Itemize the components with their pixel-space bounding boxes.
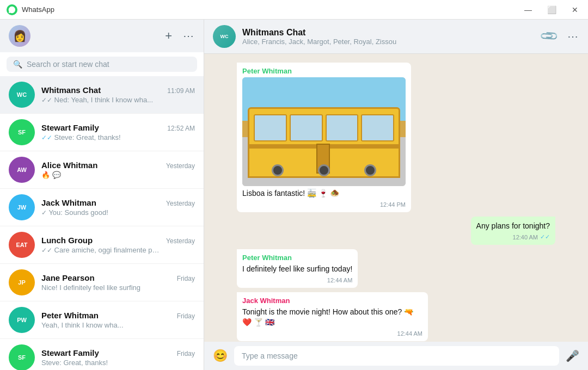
chat-preview: ✓✓ Steve: Great, thanks! <box>41 133 161 141</box>
app-body: 👩 + ⋯ 🔍 WC Whitmans Chat 11:09 AM ✓✓ Ned… <box>0 20 588 370</box>
title-bar-left: WhatsApp <box>7 4 54 15</box>
message-wrapper: Jack Whitman Tonight is the movie night!… <box>237 292 428 341</box>
chat-avatar: PW <box>9 307 35 333</box>
sidebar: 👩 + ⋯ 🔍 WC Whitmans Chat 11:09 AM ✓✓ Ned… <box>0 20 204 370</box>
message-time: 12:44 PM <box>380 201 406 208</box>
chat-top: Jack Whitman Yesterday <box>41 198 195 207</box>
chat-time: Yesterday <box>166 200 195 207</box>
sidebar-header: 👩 + ⋯ <box>0 20 204 52</box>
message-text: Any plans for tonight? <box>476 221 550 230</box>
message-wrapper: Peter Whitman <box>237 63 411 212</box>
emoji-button[interactable]: 😊 <box>213 349 228 363</box>
tram-window <box>290 114 323 141</box>
new-chat-button[interactable]: + <box>165 29 172 43</box>
chat-avatar: EAT <box>9 232 35 258</box>
chat-header-info: Whitmans Chat Alice, Francis, Jack, Marg… <box>242 28 535 46</box>
user-profile-section[interactable]: 👩 <box>9 25 30 47</box>
message-bubble: Any plans for tonight? 12:40 AM ✓✓ <box>471 217 555 245</box>
search-input[interactable] <box>27 60 191 69</box>
message-time: 12:44 AM <box>397 330 422 337</box>
chat-header-icons: 📎 ⋯ <box>542 29 579 44</box>
chat-list-item[interactable]: SF Stewart Family 12:52 AM ✓✓ Steve: Gre… <box>0 114 204 151</box>
chat-list-item[interactable]: PW Peter Whitman Friday Yeah, I think I … <box>0 301 204 339</box>
message-bubble: Peter Whitman I definitely feel like sur… <box>237 249 358 288</box>
chat-avatar: WC <box>9 82 35 108</box>
chat-members: Alice, Francis, Jack, Margot, Peter, Roy… <box>242 38 535 46</box>
chat-list-item[interactable]: SF Stewart Family Friday Steve: Great, t… <box>0 339 204 370</box>
chat-time: Yesterday <box>166 162 195 170</box>
chat-list: WC Whitmans Chat 11:09 AM ✓✓ Ned: Yeah, … <box>0 76 204 370</box>
search-container[interactable]: 🔍 <box>7 57 197 72</box>
chat-time: 12:52 AM <box>167 125 195 132</box>
chat-preview: 🔥 💬 <box>41 171 161 179</box>
tram-windows <box>254 114 394 141</box>
sent-tick-icon: ✓ <box>41 209 47 217</box>
tram-body <box>248 107 400 178</box>
chat-name: Whitmans Chat <box>41 85 101 95</box>
message-input[interactable] <box>234 346 559 366</box>
chat-time: 11:09 AM <box>167 87 195 95</box>
message-bubble: Peter Whitman <box>237 63 411 212</box>
chat-list-item[interactable]: JP Jane Pearson Friday Nice! I definitel… <box>0 264 204 301</box>
chat-list-item[interactable]: WC Whitmans Chat 11:09 AM ✓✓ Ned: Yeah, … <box>0 76 204 114</box>
message-meta: 12:44 PM <box>242 201 406 208</box>
chat-top: Alice Whitman Yesterday <box>41 161 195 170</box>
chat-preview: ✓✓ Care amiche, oggi finalmente posso <box>41 246 161 254</box>
read-tick-icon: ✓✓ <box>41 134 52 141</box>
tram-window <box>361 114 394 141</box>
attach-icon[interactable]: 📎 <box>539 26 559 46</box>
chat-info: Jane Pearson Friday Nice! I definitely f… <box>41 273 195 292</box>
message-image <box>242 77 406 186</box>
window-controls[interactable]: — ⬜ ✕ <box>521 4 581 15</box>
chat-time: Yesterday <box>166 237 195 245</box>
close-button[interactable]: ✕ <box>568 4 581 15</box>
chat-name-header: Whitmans Chat <box>242 28 535 38</box>
minimize-button[interactable]: — <box>521 4 535 15</box>
chat-list-item[interactable]: JW Jack Whitman Yesterday ✓ You: Sounds … <box>0 189 204 226</box>
chat-info: Whitmans Chat 11:09 AM ✓✓ Ned: Yeah, I t… <box>41 85 195 104</box>
group-avatar: WC <box>213 25 236 48</box>
messages-area: Peter Whitman <box>204 54 588 342</box>
chat-list-item[interactable]: EAT Lunch Group Yesterday ✓✓ Care amiche… <box>0 226 204 264</box>
tram-wheel <box>318 164 330 176</box>
message-text: Lisboa is fantastic! 🚋 🍷 🧆 <box>242 189 339 198</box>
message-meta: 12:44 AM <box>242 277 352 283</box>
chat-area: WC Whitmans Chat Alice, Francis, Jack, M… <box>204 20 588 370</box>
mic-button[interactable]: 🎤 <box>566 349 579 362</box>
chat-name: Stewart Family <box>41 123 99 132</box>
message-tick-icon: ✓✓ <box>540 233 550 240</box>
chat-top: Lunch Group Yesterday <box>41 236 195 245</box>
menu-button[interactable]: ⋯ <box>183 29 195 42</box>
chat-preview: ✓✓ Ned: Yeah, I think I know wha... <box>41 96 161 104</box>
title-bar: WhatsApp — ⬜ ✕ <box>0 0 588 20</box>
message-time: 12:44 AM <box>327 277 352 283</box>
message-sender: Peter Whitman <box>242 254 352 262</box>
maximize-button[interactable]: ⬜ <box>544 4 560 15</box>
chat-avatar: SF <box>9 344 35 370</box>
chat-info: Peter Whitman Friday Yeah, I think I kno… <box>41 311 195 329</box>
search-icon: 🔍 <box>13 60 22 69</box>
chat-menu-button[interactable]: ⋯ <box>567 30 579 43</box>
chat-preview: Steve: Great, thanks! <box>41 359 161 367</box>
chat-top: Stewart Family Friday <box>41 348 195 357</box>
chat-top: Stewart Family 12:52 AM <box>41 123 195 132</box>
input-bar: 😊 🎤 <box>204 342 588 370</box>
tram-wheels <box>255 164 393 176</box>
chat-info: Lunch Group Yesterday ✓✓ Care amiche, og… <box>41 236 195 254</box>
chat-name: Lunch Group <box>41 236 93 245</box>
tram-window <box>254 114 287 141</box>
app-title: WhatsApp <box>22 5 54 14</box>
chat-info: Jack Whitman Yesterday ✓ You: Sounds goo… <box>41 198 195 217</box>
whatsapp-logo-icon <box>7 4 17 15</box>
chat-info: Stewart Family Friday Steve: Great, than… <box>41 348 195 367</box>
message-wrapper: Any plans for tonight? 12:40 AM ✓✓ <box>471 217 555 245</box>
user-avatar[interactable]: 👩 <box>9 25 30 47</box>
chat-avatar: JW <box>9 194 35 220</box>
message-sender: Jack Whitman <box>242 297 422 305</box>
chat-name: Alice Whitman <box>41 161 97 170</box>
chat-avatar: AW <box>9 157 35 183</box>
message-text: I definitely feel like surfing today! <box>242 264 352 273</box>
chat-top: Jane Pearson Friday <box>41 273 195 282</box>
chat-name: Peter Whitman <box>41 311 99 320</box>
chat-list-item[interactable]: AW Alice Whitman Yesterday 🔥 💬 <box>0 151 204 189</box>
